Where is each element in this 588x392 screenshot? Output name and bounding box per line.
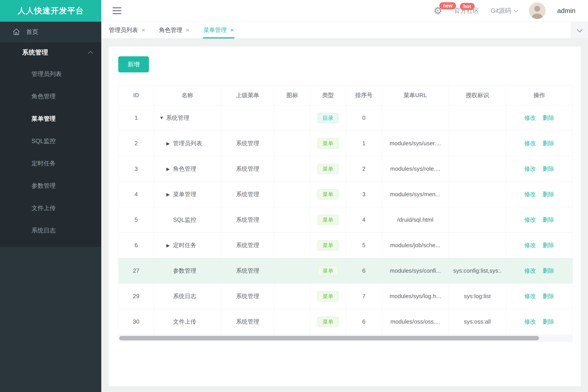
tab-管理员列表[interactable]: 管理员列表× — [109, 22, 146, 38]
expand-row-icon[interactable]: ▶ — [166, 141, 173, 146]
cell-name: ▶管理员列表 — [154, 131, 221, 156]
cell-order: 3 — [346, 182, 382, 207]
table-row[interactable]: 1▼系统管理目录0修改删除 — [119, 105, 573, 131]
cell-id: 30 — [119, 309, 154, 334]
delete-link[interactable]: 删除 — [543, 293, 554, 300]
username[interactable]: admin — [557, 7, 575, 14]
cell-menu-url: modules/sys/user.... — [382, 131, 449, 156]
collapse-row-icon[interactable]: ▼ — [159, 115, 166, 120]
chevron-up-icon — [88, 51, 93, 56]
cell-id: 1 — [119, 105, 154, 131]
tab-list-dropdown-button[interactable] — [571, 22, 588, 38]
expand-row-icon[interactable]: ▶ — [166, 192, 173, 197]
sidebar-group-header[interactable]: 系统管理 — [0, 42, 101, 63]
edit-link[interactable]: 修改 — [524, 267, 536, 274]
tabbar: 管理员列表×角色管理×菜单管理× — [101, 22, 588, 39]
table-row[interactable]: 30文件上传系统管理菜单6modules/oss/oss....sys:oss:… — [119, 309, 573, 334]
sidebar-item-文件上传[interactable]: 文件上传 — [0, 197, 101, 219]
table-row[interactable]: 6▶定时任务系统管理菜单5modules/job/sche...修改删除 — [119, 233, 573, 258]
cell-menu-url: modules/sys/role.... — [382, 156, 449, 182]
edit-link[interactable]: 修改 — [524, 191, 536, 198]
sidebar-item-SQL监控[interactable]: SQL监控 — [0, 130, 101, 152]
sidebar-item-系统日志[interactable]: 系统日志 — [0, 219, 101, 242]
tab-角色管理[interactable]: 角色管理× — [159, 22, 190, 38]
community-link[interactable]: 官方社区 hot — [454, 6, 479, 15]
type-tag: 菜单 — [317, 266, 338, 276]
edit-link[interactable]: 修改 — [524, 140, 536, 146]
cell-permission — [449, 156, 506, 182]
edit-link[interactable]: 修改 — [524, 114, 536, 121]
tab-菜单管理[interactable]: 菜单管理× — [203, 22, 234, 38]
horizontal-scrollbar-track[interactable] — [118, 334, 572, 342]
close-tab-icon[interactable]: × — [230, 27, 234, 33]
cell-permission — [449, 207, 506, 233]
delete-link[interactable]: 删除 — [543, 114, 554, 121]
git-source-dropdown[interactable]: Git源码 — [491, 6, 517, 15]
edit-link[interactable]: 修改 — [524, 166, 536, 172]
name-cell-content: 参数管理 — [154, 267, 221, 275]
sidebar-group-label: 系统管理 — [22, 48, 48, 57]
cell-actions: 修改删除 — [506, 207, 573, 233]
table-row[interactable]: 29系统日志系统管理菜单7modules/sys/log.h...sys:log… — [119, 284, 573, 309]
column-header-类型: 类型 — [310, 85, 346, 105]
delete-link[interactable]: 删除 — [543, 318, 554, 325]
edit-link[interactable]: 修改 — [524, 293, 536, 300]
sidebar-item-角色管理[interactable]: 角色管理 — [0, 85, 101, 108]
column-header-操作: 操作 — [506, 85, 573, 105]
cell-actions: 修改删除 — [506, 182, 573, 207]
cell-actions: 修改删除 — [506, 284, 573, 309]
tabs: 管理员列表×角色管理×菜单管理× — [109, 22, 234, 38]
delete-link[interactable]: 删除 — [543, 191, 554, 198]
cell-type: 菜单 — [310, 284, 346, 309]
cell-parent-menu: 系统管理 — [221, 131, 275, 156]
cell-parent-menu: 系统管理 — [221, 182, 275, 207]
new-badge: new — [439, 2, 456, 10]
expand-row-icon[interactable]: ▶ — [166, 166, 173, 172]
column-header-图标: 图标 — [275, 85, 310, 105]
hamburger-menu-icon[interactable] — [113, 5, 121, 16]
name-cell-content: ▶菜单管理 — [154, 190, 221, 198]
table-row[interactable]: 3▶角色管理系统管理菜单2modules/sys/role....修改删除 — [119, 156, 573, 182]
chevron-down-icon — [577, 26, 582, 32]
sidebar-item-参数管理[interactable]: 参数管理 — [0, 174, 101, 197]
close-tab-icon[interactable]: × — [142, 27, 145, 33]
menu-name: 参数管理 — [173, 267, 196, 275]
cell-order: 2 — [346, 156, 382, 182]
edit-link[interactable]: 修改 — [524, 318, 536, 325]
name-cell-content: SQL监控 — [154, 216, 221, 224]
column-header-ID: ID — [119, 85, 154, 105]
delete-link[interactable]: 删除 — [543, 166, 554, 172]
sidebar: 人人快速开发平台 首页 系统管理 管理员列表角色管理菜单管理SQL监控定时任务参… — [0, 0, 101, 392]
type-tag: 菜单 — [317, 189, 338, 200]
delete-link[interactable]: 删除 — [543, 267, 554, 274]
cell-parent-menu — [221, 105, 275, 131]
avatar[interactable] — [529, 2, 545, 19]
edit-link[interactable]: 修改 — [524, 216, 536, 223]
cell-menu-url — [382, 105, 449, 131]
table-row[interactable]: 2▶管理员列表系统管理菜单1modules/sys/user....修改删除 — [119, 131, 573, 156]
table-row[interactable]: 5SQL监控系统管理菜单4/druid/sql.html修改删除 — [119, 207, 573, 233]
type-tag: 目录 — [317, 113, 338, 123]
sidebar-item-定时任务[interactable]: 定时任务 — [0, 152, 101, 174]
sidebar-item-管理员列表[interactable]: 管理员列表 — [0, 63, 101, 85]
cell-id: 5 — [119, 207, 154, 233]
sidebar-item-home[interactable]: 首页 — [0, 22, 101, 42]
cell-id: 29 — [119, 284, 154, 309]
table-row[interactable]: 27参数管理系统管理菜单6modules/sys/confi...sys:con… — [119, 258, 573, 284]
cell-type: 菜单 — [310, 182, 346, 207]
table-row[interactable]: 4▶菜单管理系统管理菜单3modules/sys/men...修改删除 — [119, 182, 573, 207]
delete-link[interactable]: 删除 — [543, 140, 554, 146]
delete-link[interactable]: 删除 — [543, 216, 554, 223]
add-button[interactable]: 新增 — [118, 56, 149, 72]
close-tab-icon[interactable]: × — [186, 27, 189, 33]
cell-permission — [449, 182, 506, 207]
delete-link[interactable]: 删除 — [543, 242, 554, 248]
horizontal-scrollbar-thumb[interactable] — [119, 336, 539, 340]
cell-icon — [275, 284, 310, 309]
cell-permission: sys:config:list,sys:. — [449, 258, 506, 284]
expand-row-icon[interactable]: ▶ — [166, 243, 173, 248]
edit-link[interactable]: 修改 — [524, 242, 536, 248]
settings-button[interactable]: ⚙ new — [433, 6, 442, 16]
sidebar-item-菜单管理[interactable]: 菜单管理 — [0, 108, 101, 130]
cell-actions: 修改删除 — [506, 233, 573, 258]
